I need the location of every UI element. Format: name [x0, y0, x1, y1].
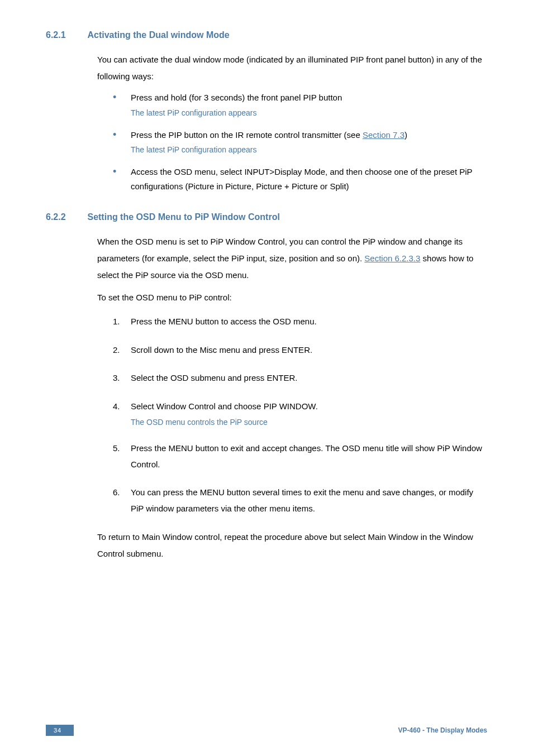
step-text: Scroll down to the Misc menu and press E… [131, 345, 312, 355]
bullet-item: Press and hold (for 3 seconds) the front… [113, 90, 487, 119]
bullet-text-post: ) [404, 130, 407, 140]
section-title: Activating the Dual window Mode [87, 30, 229, 40]
closing-paragraph: To return to Main Window control, repeat… [97, 529, 487, 562]
intro-paragraph: You can activate the dual window mode (i… [97, 51, 487, 85]
section-body-6-2-2: When the OSD menu is set to PiP Window C… [97, 233, 487, 562]
step-text: Select Window Control and choose PIP WIN… [131, 401, 318, 411]
section-title: Setting the OSD Menu to PiP Window Contr… [87, 212, 279, 222]
step-text: You can press the MENU button several ti… [131, 487, 473, 513]
section-number: 6.2.2 [46, 212, 85, 222]
bullet-note: The latest PiP configuration appears [131, 144, 487, 156]
bullet-list: Press and hold (for 3 seconds) the front… [113, 90, 487, 193]
paragraph: To set the OSD menu to PiP control: [97, 289, 487, 306]
bullet-item: Press the PIP button on the IR remote co… [113, 128, 487, 156]
footer-title: VP-460 - The Display Modes [398, 726, 487, 734]
bullet-text: Press and hold (for 3 seconds) the front… [131, 93, 342, 102]
section-heading-6-2-2: 6.2.2 Setting the OSD Menu to PiP Window… [46, 212, 487, 222]
step-item: Select Window Control and choose PIP WIN… [113, 399, 487, 429]
step-item: You can press the MENU button several ti… [113, 485, 487, 516]
numbered-steps: Press the MENU button to access the OSD … [113, 314, 487, 516]
section-number: 6.2.1 [46, 30, 85, 40]
bullet-text: Access the OSD menu, select INPUT>Displa… [131, 167, 472, 191]
step-item: Scroll down to the Misc menu and press E… [113, 342, 487, 358]
section-body-6-2-1: You can activate the dual window mode (i… [97, 51, 487, 193]
step-item: Press the MENU button to access the OSD … [113, 314, 487, 330]
section-heading-6-2-1: 6.2.1 Activating the Dual window Mode [46, 30, 487, 40]
section-link-6-2-3-3[interactable]: Section 6.2.3.3 [364, 253, 420, 263]
bullet-text-pre: Press the PIP button on the IR remote co… [131, 130, 363, 140]
step-text: Select the OSD submenu and press ENTER. [131, 373, 297, 382]
step-note: The OSD menu controls the PiP source [131, 417, 487, 428]
page-number-badge: 34 [46, 725, 74, 736]
bullet-item: Access the OSD menu, select INPUT>Displa… [113, 165, 487, 193]
paragraph: When the OSD menu is set to PiP Window C… [97, 233, 487, 284]
step-text: Press the MENU button to access the OSD … [131, 317, 317, 326]
page-footer: 34 VP-460 - The Display Modes [46, 725, 487, 736]
bullet-note: The latest PiP configuration appears [131, 107, 487, 119]
step-item: Select the OSD submenu and press ENTER. [113, 370, 487, 386]
section-link-7-3[interactable]: Section 7.3 [363, 130, 404, 140]
step-item: Press the MENU button to exit and accept… [113, 441, 487, 472]
step-text: Press the MENU button to exit and accept… [131, 443, 482, 469]
